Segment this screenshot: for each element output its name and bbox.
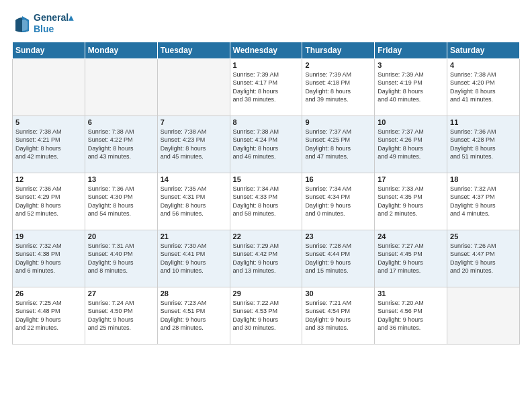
day-info: Sunrise: 7:36 AM Sunset: 4:29 PM Dayligh… xyxy=(15,185,82,218)
day-cell-14: 12Sunrise: 7:36 AM Sunset: 4:29 PM Dayli… xyxy=(13,173,85,230)
week-row-2: 5Sunrise: 7:38 AM Sunset: 4:21 PM Daylig… xyxy=(13,116,520,173)
day-info: Sunrise: 7:38 AM Sunset: 4:21 PM Dayligh… xyxy=(15,128,82,161)
day-info: Sunrise: 7:23 AM Sunset: 4:51 PM Dayligh… xyxy=(161,299,227,332)
day-cell-5: 3Sunrise: 7:39 AM Sunset: 4:19 PM Daylig… xyxy=(375,58,447,116)
day-cell-6: 4Sunrise: 7:38 AM Sunset: 4:20 PM Daylig… xyxy=(447,58,520,116)
day-info: Sunrise: 7:36 AM Sunset: 4:28 PM Dayligh… xyxy=(450,128,517,161)
day-cell-33: 31Sunrise: 7:20 AM Sunset: 4:56 PM Dayli… xyxy=(375,287,447,344)
week-row-1: 1Sunrise: 7:39 AM Sunset: 4:17 PM Daylig… xyxy=(13,58,520,116)
day-number: 28 xyxy=(161,289,227,298)
calendar-table: SundayMondayTuesdayWednesdayThursdayFrid… xyxy=(12,42,520,345)
day-number: 2 xyxy=(305,61,371,69)
day-cell-34 xyxy=(447,287,520,344)
day-info: Sunrise: 7:24 AM Sunset: 4:50 PM Dayligh… xyxy=(88,299,154,332)
day-number: 12 xyxy=(15,175,82,183)
day-info: Sunrise: 7:37 AM Sunset: 4:25 PM Dayligh… xyxy=(305,128,371,161)
col-header-saturday: Saturday xyxy=(447,42,520,58)
day-number: 27 xyxy=(88,289,154,298)
day-info: Sunrise: 7:27 AM Sunset: 4:45 PM Dayligh… xyxy=(378,242,444,275)
logo-text: General▴ Blue xyxy=(34,12,73,35)
day-info: Sunrise: 7:37 AM Sunset: 4:26 PM Dayligh… xyxy=(378,128,444,161)
day-number: 17 xyxy=(378,175,444,183)
day-number: 20 xyxy=(88,232,154,240)
day-number: 25 xyxy=(450,232,517,240)
day-info: Sunrise: 7:39 AM Sunset: 4:18 PM Dayligh… xyxy=(305,71,371,104)
day-number: 29 xyxy=(233,289,300,298)
page: General▴ Blue SundayMondayTuesdayWednesd… xyxy=(0,0,532,351)
day-number: 18 xyxy=(450,175,517,183)
week-row-3: 12Sunrise: 7:36 AM Sunset: 4:29 PM Dayli… xyxy=(13,173,520,230)
day-cell-24: 22Sunrise: 7:29 AM Sunset: 4:42 PM Dayli… xyxy=(230,230,302,287)
day-number: 23 xyxy=(305,232,371,240)
day-info: Sunrise: 7:31 AM Sunset: 4:40 PM Dayligh… xyxy=(88,242,154,275)
day-number: 16 xyxy=(305,175,371,183)
logo-icon xyxy=(12,13,32,34)
day-cell-19: 17Sunrise: 7:33 AM Sunset: 4:35 PM Dayli… xyxy=(375,173,447,230)
day-number: 5 xyxy=(15,118,82,126)
day-number: 6 xyxy=(88,118,154,126)
day-info: Sunrise: 7:33 AM Sunset: 4:35 PM Dayligh… xyxy=(378,185,444,218)
day-cell-28: 26Sunrise: 7:25 AM Sunset: 4:48 PM Dayli… xyxy=(13,287,85,344)
day-cell-16: 14Sunrise: 7:35 AM Sunset: 4:31 PM Dayli… xyxy=(157,173,230,230)
week-row-5: 26Sunrise: 7:25 AM Sunset: 4:48 PM Dayli… xyxy=(13,287,520,344)
day-number: 3 xyxy=(378,61,444,69)
day-info: Sunrise: 7:34 AM Sunset: 4:34 PM Dayligh… xyxy=(305,185,371,218)
col-header-thursday: Thursday xyxy=(302,42,375,58)
day-info: Sunrise: 7:25 AM Sunset: 4:48 PM Dayligh… xyxy=(15,299,82,332)
day-cell-17: 15Sunrise: 7:34 AM Sunset: 4:33 PM Dayli… xyxy=(230,173,302,230)
day-number: 19 xyxy=(15,232,82,240)
col-header-wednesday: Wednesday xyxy=(230,42,302,58)
day-info: Sunrise: 7:38 AM Sunset: 4:20 PM Dayligh… xyxy=(450,71,517,104)
day-info: Sunrise: 7:35 AM Sunset: 4:31 PM Dayligh… xyxy=(161,185,227,218)
week-row-4: 19Sunrise: 7:32 AM Sunset: 4:38 PM Dayli… xyxy=(13,230,520,287)
day-cell-31: 29Sunrise: 7:22 AM Sunset: 4:53 PM Dayli… xyxy=(230,287,302,344)
col-header-monday: Monday xyxy=(85,42,157,58)
day-cell-22: 20Sunrise: 7:31 AM Sunset: 4:40 PM Dayli… xyxy=(85,230,157,287)
day-number: 21 xyxy=(161,232,227,240)
header-row: SundayMondayTuesdayWednesdayThursdayFrid… xyxy=(13,42,520,58)
day-cell-1 xyxy=(85,58,157,116)
col-header-sunday: Sunday xyxy=(13,42,85,58)
day-info: Sunrise: 7:38 AM Sunset: 4:22 PM Dayligh… xyxy=(88,128,154,161)
day-cell-11: 9Sunrise: 7:37 AM Sunset: 4:25 PM Daylig… xyxy=(302,116,375,173)
day-cell-8: 6Sunrise: 7:38 AM Sunset: 4:22 PM Daylig… xyxy=(85,116,157,173)
day-cell-12: 10Sunrise: 7:37 AM Sunset: 4:26 PM Dayli… xyxy=(375,116,447,173)
day-cell-23: 21Sunrise: 7:30 AM Sunset: 4:41 PM Dayli… xyxy=(157,230,230,287)
day-info: Sunrise: 7:21 AM Sunset: 4:54 PM Dayligh… xyxy=(305,299,371,332)
day-number: 8 xyxy=(233,118,300,126)
day-number: 22 xyxy=(233,232,300,240)
day-number: 1 xyxy=(233,61,300,69)
day-number: 14 xyxy=(161,175,227,183)
day-cell-27: 25Sunrise: 7:26 AM Sunset: 4:47 PM Dayli… xyxy=(447,230,520,287)
day-cell-10: 8Sunrise: 7:38 AM Sunset: 4:24 PM Daylig… xyxy=(230,116,302,173)
day-info: Sunrise: 7:39 AM Sunset: 4:19 PM Dayligh… xyxy=(378,71,444,104)
day-cell-30: 28Sunrise: 7:23 AM Sunset: 4:51 PM Dayli… xyxy=(157,287,230,344)
day-info: Sunrise: 7:39 AM Sunset: 4:17 PM Dayligh… xyxy=(233,71,300,104)
day-cell-26: 24Sunrise: 7:27 AM Sunset: 4:45 PM Dayli… xyxy=(375,230,447,287)
day-info: Sunrise: 7:38 AM Sunset: 4:23 PM Dayligh… xyxy=(161,128,227,161)
day-cell-21: 19Sunrise: 7:32 AM Sunset: 4:38 PM Dayli… xyxy=(13,230,85,287)
day-cell-3: 1Sunrise: 7:39 AM Sunset: 4:17 PM Daylig… xyxy=(230,58,302,116)
day-cell-29: 27Sunrise: 7:24 AM Sunset: 4:50 PM Dayli… xyxy=(85,287,157,344)
day-info: Sunrise: 7:26 AM Sunset: 4:47 PM Dayligh… xyxy=(450,242,517,275)
day-cell-15: 13Sunrise: 7:36 AM Sunset: 4:30 PM Dayli… xyxy=(85,173,157,230)
day-number: 11 xyxy=(450,118,517,126)
day-info: Sunrise: 7:28 AM Sunset: 4:44 PM Dayligh… xyxy=(305,242,371,275)
header: General▴ Blue xyxy=(12,12,520,35)
day-number: 30 xyxy=(305,289,371,298)
day-number: 10 xyxy=(378,118,444,126)
day-cell-32: 30Sunrise: 7:21 AM Sunset: 4:54 PM Dayli… xyxy=(302,287,375,344)
day-number: 24 xyxy=(378,232,444,240)
day-info: Sunrise: 7:20 AM Sunset: 4:56 PM Dayligh… xyxy=(378,299,444,332)
day-cell-9: 7Sunrise: 7:38 AM Sunset: 4:23 PM Daylig… xyxy=(157,116,230,173)
day-number: 13 xyxy=(88,175,154,183)
day-info: Sunrise: 7:29 AM Sunset: 4:42 PM Dayligh… xyxy=(233,242,300,275)
day-number: 9 xyxy=(305,118,371,126)
day-number: 7 xyxy=(161,118,227,126)
day-number: 31 xyxy=(378,289,444,298)
day-cell-2 xyxy=(157,58,230,116)
day-info: Sunrise: 7:36 AM Sunset: 4:30 PM Dayligh… xyxy=(88,185,154,218)
day-info: Sunrise: 7:38 AM Sunset: 4:24 PM Dayligh… xyxy=(233,128,300,161)
col-header-tuesday: Tuesday xyxy=(157,42,230,58)
day-info: Sunrise: 7:22 AM Sunset: 4:53 PM Dayligh… xyxy=(233,299,300,332)
